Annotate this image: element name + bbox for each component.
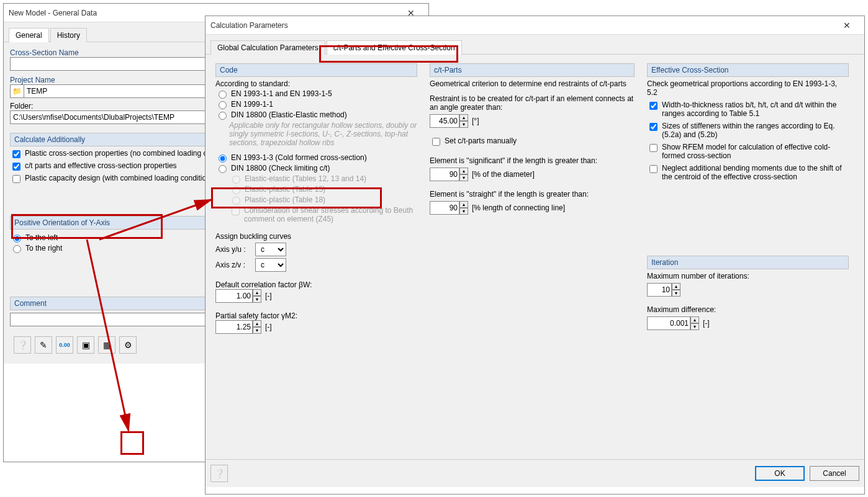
axis-zv-label: Axis z/v : — [215, 261, 253, 269]
according-label: According to standard: — [215, 79, 417, 88]
cp-title: Calculation Parameters — [210, 21, 834, 30]
rdo-din18800-ee[interactable]: DIN 18800 (Elastic-Elastic method) — [215, 110, 417, 120]
ct-straight: Element is "straight" if the length is g… — [430, 190, 635, 199]
iter-maxn-label: Maximum number of iterations: — [647, 272, 849, 280]
ct-sig: Element is "significant" if the length i… — [430, 156, 635, 165]
cancel-button[interactable]: Cancel — [810, 466, 859, 481]
ct-head: c/t-Parts — [430, 63, 635, 77]
spin-up-icon: ▲ — [672, 283, 680, 290]
corr-spinner[interactable]: ▲▼ [-] — [215, 289, 272, 303]
assign-label: Assign buckling curves — [215, 232, 417, 241]
eff-check: Check geometrical proportions according … — [647, 79, 849, 97]
add-section-icon[interactable]: ▣ — [77, 336, 94, 354]
folder-icon: 📁 — [10, 84, 24, 98]
chk-rfem[interactable]: Show RFEM model for calculation of effec… — [647, 143, 849, 160]
help-icon[interactable]: ❔ — [210, 465, 228, 482]
maxn-spinner[interactable]: ▲▼ — [647, 283, 680, 297]
ok-button[interactable]: OK — [755, 466, 805, 481]
axis-yu-label: Axis y/u : — [215, 245, 253, 254]
rdo-pp: Plastic-plastic (Table 18) — [229, 195, 417, 205]
edit-icon[interactable]: ✎ — [35, 336, 52, 354]
cp-titlebar: Calculation Parameters ✕ — [206, 16, 864, 35]
tab-ct[interactable]: c/t-Parts and Effective Cross-Section — [327, 40, 462, 55]
rdo-en1993-1-1[interactable]: EN 1993-1-1 and EN 1993-1-5 — [215, 89, 417, 99]
iter-head: Iteration — [647, 256, 849, 269]
spin-up-icon: ▲ — [253, 320, 261, 327]
maxd-spinner[interactable]: ▲▼ [-] — [647, 316, 710, 330]
spin-up-icon: ▲ — [459, 168, 468, 174]
chk-stiff[interactable]: Sizes of stiffeners within the ranges ac… — [647, 122, 849, 139]
sig-spinner[interactable]: ▲▼ [% of the diameter] — [430, 168, 535, 181]
spin-down-icon: ▼ — [690, 323, 699, 330]
rdo-din18800-limit[interactable]: DIN 18800 (Check limiting c/t) — [215, 164, 417, 173]
spin-down-icon: ▼ — [459, 121, 468, 128]
spin-down-icon: ▼ — [459, 208, 468, 215]
chk-w2t[interactable]: Width-to-thickness ratios b/t, h/t, c/t … — [647, 101, 849, 118]
angle-spinner[interactable]: ▲▼ [°] — [430, 114, 479, 128]
spin-down-icon: ▼ — [672, 290, 680, 297]
spin-down-icon: ▼ — [459, 174, 468, 181]
chk-shear: Consideration of shear stresses accordin… — [229, 206, 417, 223]
ct-restraint: Restraint is to be created for c/t-part … — [430, 94, 635, 112]
eff-head: Effective Cross-Section — [647, 63, 849, 77]
ct-geo: Geometrical criterion to determine end r… — [430, 79, 635, 88]
calc-params-window: Calculation Parameters ✕ Global Calculat… — [205, 16, 865, 495]
spin-down-icon: ▼ — [253, 296, 261, 303]
corr-label: Default correlation factor βW: — [215, 280, 417, 289]
safety-spinner[interactable]: ▲▼ [-] — [215, 320, 272, 334]
units-icon[interactable]: 0.00 — [56, 336, 73, 354]
straight-spinner[interactable]: ▲▼ [% length of connecting line] — [430, 201, 565, 215]
axis-yu-select[interactable]: c — [255, 243, 286, 256]
library-icon[interactable]: ▦ — [98, 336, 115, 354]
spin-up-icon: ▲ — [253, 289, 261, 296]
rdo-en1999[interactable]: EN 1999-1-1 — [215, 100, 417, 109]
rdo-ee: Elastic-elastic (Tables 12, 13 and 14) — [229, 174, 417, 184]
safety-label: Partial safety factor γM2: — [215, 311, 417, 320]
close-icon[interactable]: ✕ — [834, 20, 859, 30]
cp-tabstrip: Global Calculation Parameters c/t-Parts … — [206, 35, 864, 55]
tab-history[interactable]: History — [50, 28, 87, 42]
tab-global[interactable]: Global Calculation Parameters — [210, 40, 325, 55]
help-icon[interactable]: ❔ — [14, 336, 31, 354]
iter-maxd-label: Maximum difference: — [647, 305, 849, 314]
spin-up-icon: ▲ — [690, 316, 699, 323]
din-help: Applicable only for rectangular hollow s… — [229, 121, 417, 147]
axis-zv-select[interactable]: c — [255, 258, 286, 272]
code-head: Code — [215, 63, 417, 77]
spin-down-icon: ▼ — [253, 327, 261, 334]
spin-up-icon: ▲ — [459, 114, 468, 121]
chk-neglect[interactable]: Neglect additional bending moments due t… — [647, 164, 849, 181]
rdo-en1993-1-3[interactable]: EN 1993-1-3 (Cold formed cross-section) — [215, 153, 417, 163]
spin-up-icon: ▲ — [459, 201, 468, 208]
chk-setmanual[interactable]: Set c/t-parts manually — [430, 137, 635, 148]
tab-general[interactable]: General — [9, 28, 49, 42]
calc-params-icon[interactable]: ⚙ — [119, 336, 137, 354]
rdo-ep: Elastic-plastic (Table 15) — [229, 185, 417, 194]
